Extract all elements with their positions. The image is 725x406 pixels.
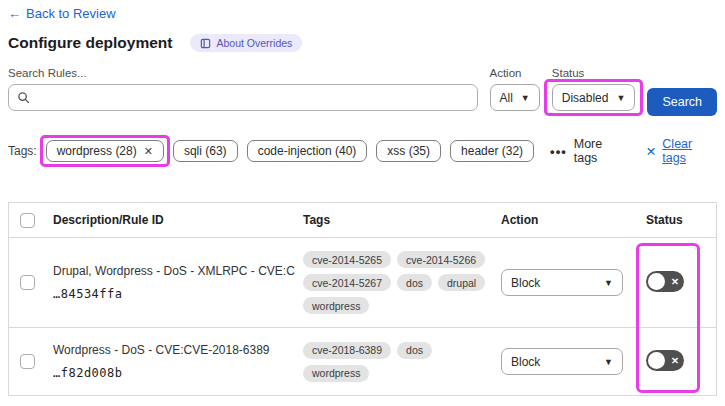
title-row: Configure deployment About Overrides (8, 34, 717, 52)
about-overrides-label: About Overrides (216, 37, 292, 49)
row-checkbox[interactable] (20, 354, 35, 369)
search-button[interactable]: Search (647, 88, 717, 116)
rule-tag-chip: dos (397, 342, 432, 359)
toggle-x-icon: ✕ (671, 355, 679, 366)
rule-action-cell: Block ▼ (501, 269, 640, 296)
more-tags-label: More tags (574, 137, 627, 165)
rule-description-cell: Drupal, Wordpress - DoS - XMLRPC - CVE:C… (53, 264, 303, 300)
column-header-status: Status (640, 213, 718, 227)
tags-bar-label: Tags: (8, 144, 37, 158)
toggle-x-icon: ✕ (671, 276, 679, 287)
page-title: Configure deployment (8, 34, 172, 52)
ellipsis-icon: ••• (550, 144, 567, 159)
column-header-action: Action (501, 213, 640, 227)
rule-tags-cell: cve-2014-5265 cve-2014-5266 cve-2014-526… (303, 251, 501, 314)
rules-table: Description/Rule ID Tags Action Status D… (8, 202, 717, 396)
status-filter-label: Status (552, 67, 636, 79)
search-rules-box[interactable] (8, 84, 478, 111)
rule-action-dropdown[interactable]: Block ▼ (501, 348, 623, 375)
rule-description: Wordpress - DoS - CVE:CVE-2018-6389 (53, 343, 295, 357)
rule-tag-chip: cve-2014-5265 (303, 251, 391, 268)
chevron-down-icon: ▼ (604, 357, 613, 367)
row-checkbox[interactable] (20, 275, 35, 290)
status-toggle-off[interactable]: ✕ (646, 271, 684, 292)
rule-action-cell: Block ▼ (501, 348, 640, 375)
rule-tag-chip: cve-2014-5266 (397, 251, 485, 268)
clear-tags-button[interactable]: ✕ Clear tags (646, 137, 717, 165)
rule-description: Drupal, Wordpress - DoS - XMLRPC - CVE:C… (53, 264, 295, 278)
action-filter-dropdown[interactable]: All ▼ (490, 84, 540, 111)
filter-bar: Search Rules... Action All ▼ Status Disa… (8, 67, 717, 116)
more-tags-button[interactable]: ••• More tags (550, 137, 627, 165)
table-row: Wordpress - DoS - CVE:CVE-2018-6389 …f82… (9, 328, 716, 395)
tag-filter-wordpress[interactable]: wordpress (28) ✕ (46, 140, 164, 162)
tag-filter-header[interactable]: header (32) (450, 140, 534, 162)
about-overrides-badge[interactable]: About Overrides (190, 34, 302, 52)
clear-x-icon: ✕ (646, 144, 656, 159)
rule-tag-chip: drupal (438, 274, 485, 291)
select-all-checkbox[interactable] (20, 213, 35, 228)
rule-tags-cell: cve-2018-6389 dos wordpress (303, 342, 501, 382)
search-rules-label: Search Rules... (8, 67, 478, 79)
action-filter-label: Action (490, 67, 540, 79)
back-link-label: Back to Review (26, 6, 116, 21)
column-header-tags: Tags (303, 213, 501, 227)
table-header-row: Description/Rule ID Tags Action Status (9, 203, 716, 238)
clear-tags-label: Clear tags (662, 137, 717, 165)
toggle-knob (648, 273, 665, 290)
tag-filter-label: wordpress (28) (57, 144, 137, 158)
action-filter-group: Action All ▼ (490, 67, 540, 111)
rule-action-dropdown[interactable]: Block ▼ (501, 269, 623, 296)
rule-tag-chip: cve-2014-5267 (303, 274, 391, 291)
search-rules-input[interactable] (36, 91, 469, 105)
rule-tag-chip: wordpress (303, 365, 369, 382)
rule-id: …f82d008b (53, 366, 295, 380)
rule-description-cell: Wordpress - DoS - CVE:CVE-2018-6389 …f82… (53, 343, 303, 379)
rule-action-value: Block (511, 355, 540, 369)
status-toggle-off[interactable]: ✕ (646, 350, 684, 371)
tag-filter-label: header (32) (461, 144, 523, 158)
action-filter-value: All (500, 91, 513, 105)
rule-action-value: Block (511, 276, 540, 290)
tag-filter-sqli[interactable]: sqli (63) (173, 140, 238, 162)
chevron-down-icon: ▼ (616, 93, 625, 103)
status-filter-dropdown[interactable]: Disabled ▼ (552, 84, 636, 111)
chevron-down-icon: ▼ (604, 278, 613, 288)
tag-filter-code-injection[interactable]: code-injection (40) (247, 140, 368, 162)
toggle-knob (648, 352, 665, 369)
tag-filter-xss[interactable]: xss (35) (376, 140, 441, 162)
column-header-description: Description/Rule ID (53, 213, 303, 227)
status-filter-value: Disabled (562, 91, 609, 105)
rule-status-cell: ✕ (640, 350, 718, 374)
book-icon (200, 38, 211, 49)
search-rules-group: Search Rules... (8, 67, 478, 111)
table-row: Drupal, Wordpress - DoS - XMLRPC - CVE:C… (9, 238, 716, 328)
search-icon (17, 91, 30, 104)
status-filter-group: Status Disabled ▼ (552, 67, 636, 111)
tags-bar: Tags: wordpress (28) ✕ sqli (63) code-in… (8, 137, 717, 165)
configure-deployment-page: ← Back to Review Configure deployment Ab… (0, 0, 725, 406)
tag-filter-label: sqli (63) (184, 144, 227, 158)
rule-tag-chip: wordpress (303, 297, 369, 314)
remove-tag-icon[interactable]: ✕ (144, 145, 153, 158)
rule-status-cell: ✕ (640, 271, 718, 295)
selected-tag-annotation-wrapper: wordpress (28) ✕ (46, 140, 164, 162)
back-arrow-icon: ← (8, 6, 21, 21)
tag-filter-label: code-injection (40) (258, 144, 357, 158)
rule-id: …84534ffa (53, 287, 295, 301)
rule-tag-chip: dos (397, 274, 432, 291)
tag-filter-label: xss (35) (387, 144, 430, 158)
rule-tag-chip: cve-2018-6389 (303, 342, 391, 359)
chevron-down-icon: ▼ (521, 93, 530, 103)
status-annotation-wrapper: Disabled ▼ (552, 84, 636, 111)
back-to-review-link[interactable]: ← Back to Review (8, 6, 116, 21)
